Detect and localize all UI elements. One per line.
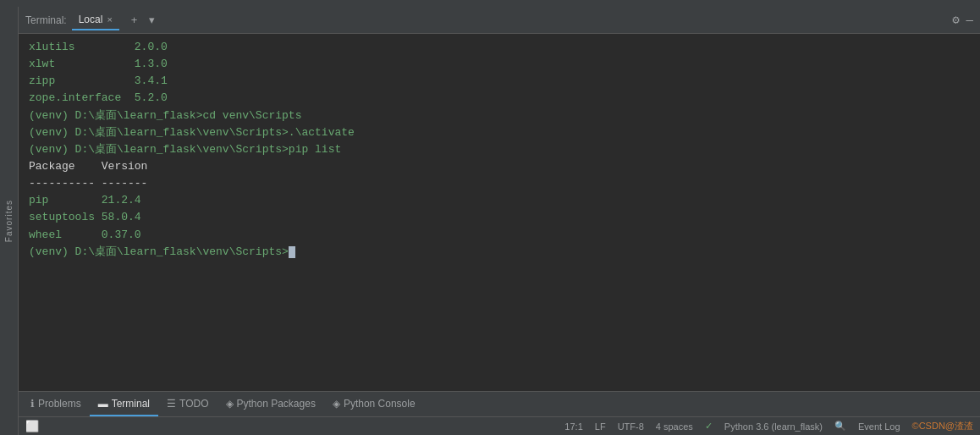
header-actions: + ▾ — [128, 12, 159, 28]
settings-icon[interactable]: ⚙ — [952, 13, 959, 27]
bottom-tab-bar: ℹProblems▬Terminal☰TODO◈Python Packages◈… — [19, 391, 980, 416]
status-indent: 4 spaces — [656, 421, 693, 432]
terminal-line: zipp 3.4.1 — [29, 73, 970, 90]
terminal-cursor — [289, 246, 295, 258]
tab-label: TODO — [179, 398, 208, 410]
status-event-log-icon: 🔍 — [834, 421, 846, 432]
tab-label: Python Packages — [237, 398, 316, 410]
tab-icon: ◈ — [333, 398, 340, 410]
tab-icon: ☰ — [167, 398, 176, 410]
status-bar: ⬜ 17:1 LF UTF-8 4 spaces ✓ Python 3.6 (l… — [19, 416, 980, 435]
bottom-tab-todo[interactable]: ☰TODO — [158, 392, 217, 416]
terminal-line: Package Version — [29, 158, 970, 175]
tab-label: Python Console — [344, 398, 416, 410]
terminal-tab-name: Local — [79, 14, 103, 25]
terminal-wrapper: Favorites Terminal: Local × + ▾ ⚙ — xlut… — [0, 7, 980, 435]
top-bar — [0, 0, 980, 7]
terminal-tab-local[interactable]: Local × — [72, 10, 119, 30]
status-charset: UTF-8 — [618, 421, 644, 432]
terminal-line: setuptools 58.0.4 — [29, 209, 970, 226]
terminal-line: zope.interface 5.2.0 — [29, 90, 970, 107]
tab-label: Problems — [38, 398, 81, 410]
tab-icon: ◈ — [226, 398, 234, 410]
bottom-tab-terminal[interactable]: ▬Terminal — [90, 392, 158, 416]
terminal-line: wheel 0.37.0 — [29, 227, 970, 244]
tab-icon: ▬ — [98, 398, 108, 410]
bottom-tab-problems[interactable]: ℹProblems — [22, 392, 90, 416]
terminal-label: Terminal: — [25, 14, 67, 26]
status-python-version: Python 3.6 (learn_flask) — [724, 421, 823, 432]
terminal-line: xlwt 1.3.0 — [29, 56, 970, 73]
add-tab-button[interactable]: + — [128, 12, 141, 28]
favorites-label: Favorites — [4, 200, 14, 242]
favorites-sidebar: Favorites — [0, 7, 19, 435]
terminal-line: (venv) D:\桌面\learn_flask\venv\Scripts> — [29, 244, 970, 261]
terminal-line: pip 21.2.4 — [29, 192, 970, 209]
terminal-line: ---------- ------- — [29, 175, 970, 192]
status-position: 17:1 — [564, 421, 582, 432]
terminal-tab-close[interactable]: × — [107, 14, 112, 25]
status-watermark: ©CSDN@渣渣 — [912, 420, 973, 432]
bottom-tab-python-packages[interactable]: ◈Python Packages — [217, 392, 324, 416]
header-right: ⚙ — — [952, 13, 973, 27]
terminal-line: (venv) D:\桌面\learn_flask\venv\Scripts>.\… — [29, 124, 970, 141]
terminal-line: xlutils 2.0.0 — [29, 39, 970, 56]
dropdown-button[interactable]: ▾ — [146, 12, 158, 28]
terminal-content: xlutils 2.0.0xlwt 1.3.0zipp 3.4.1zope.in… — [19, 34, 980, 391]
status-python-icon: ✓ — [705, 421, 713, 432]
status-right: 17:1 LF UTF-8 4 spaces ✓ Python 3.6 (lea… — [564, 420, 973, 432]
terminal-line: (venv) D:\桌面\learn_flask\venv\Scripts>pi… — [29, 141, 970, 158]
minimize-icon[interactable]: — — [966, 14, 973, 27]
status-event-log: Event Log — [858, 421, 900, 432]
expand-icon: ⬜ — [25, 420, 39, 432]
tab-icon: ℹ — [30, 398, 35, 410]
terminal-main: Terminal: Local × + ▾ ⚙ — xlutils 2.0.0x… — [19, 7, 980, 435]
terminal-line: (venv) D:\桌面\learn_flask>cd venv\Scripts — [29, 107, 970, 124]
status-encoding: LF — [595, 421, 606, 432]
tab-label: Terminal — [112, 398, 150, 410]
bottom-tab-python-console[interactable]: ◈Python Console — [324, 392, 424, 416]
terminal-header: Terminal: Local × + ▾ ⚙ — — [19, 7, 980, 34]
